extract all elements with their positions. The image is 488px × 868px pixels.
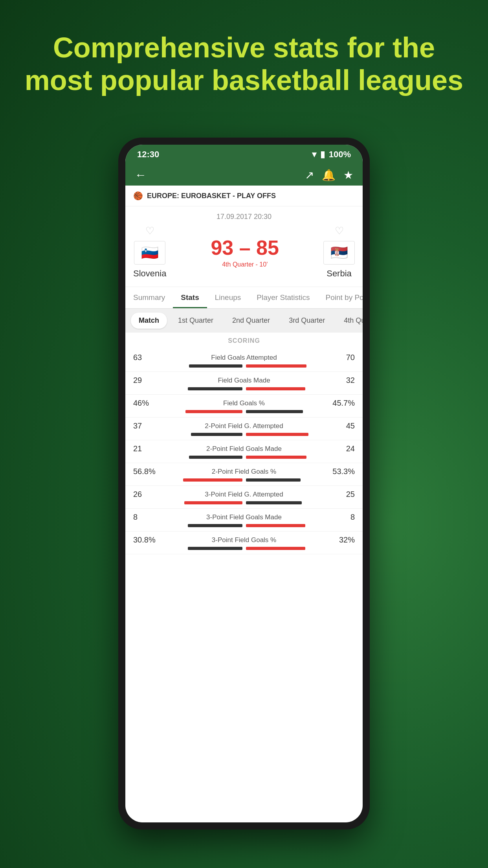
sub-tab-match[interactable]: Match xyxy=(131,313,167,329)
stats-content: SCORING 63 Field Goals Attempted 70 29 F… xyxy=(125,333,363,822)
stat-label-8: 3-Point Field Goals % xyxy=(161,536,327,544)
bar-right-5 xyxy=(246,478,301,482)
sub-tab-1st-quarter[interactable]: 1st Quarter xyxy=(170,313,221,329)
stat-bar-2 xyxy=(133,410,355,413)
stat-row: 21 2-Point Field Goals Made 24 xyxy=(125,440,363,463)
stat-label-6: 3-Point Field G. Attempted xyxy=(161,491,327,498)
home-flag: 🇸🇮 xyxy=(134,241,165,265)
tab-point-by-poi[interactable]: Point by Poi xyxy=(317,287,363,308)
stat-bar-7 xyxy=(133,524,355,527)
stat-right-val-5: 53.3% xyxy=(327,467,355,476)
stat-bar-6 xyxy=(133,501,355,504)
bar-right-8 xyxy=(246,547,305,550)
stat-bar-8 xyxy=(133,547,355,550)
stat-right-val-6: 25 xyxy=(327,490,355,499)
status-icons: ▾ ▮ 100% xyxy=(312,149,351,160)
stat-row: 26 3-Point Field G. Attempted 25 xyxy=(125,486,363,509)
stat-row: 63 Field Goals Attempted 70 xyxy=(125,349,363,372)
stat-row: 30.8% 3-Point Field Goals % 32% xyxy=(125,531,363,554)
stat-bar-4 xyxy=(133,456,355,459)
stat-values-4: 21 2-Point Field Goals Made 24 xyxy=(133,444,355,453)
share-icon[interactable]: ↗ xyxy=(305,169,314,182)
stat-bar-0 xyxy=(133,364,355,368)
bar-right-7 xyxy=(246,524,305,527)
bar-right-4 xyxy=(246,456,306,459)
home-favorite-icon[interactable]: ♡ xyxy=(145,225,154,237)
stat-label-7: 3-Point Field Goals Made xyxy=(161,513,327,521)
stat-values-0: 63 Field Goals Attempted 70 xyxy=(133,353,355,362)
home-team-side: ♡ 🇸🇮 Slovenia xyxy=(133,225,166,279)
hero-title: Comprehensive stats for the most popular… xyxy=(24,31,464,97)
stat-left-val-8: 30.8% xyxy=(133,535,161,544)
bar-left-8 xyxy=(188,547,242,550)
stat-row: 8 3-Point Field Goals Made 8 xyxy=(125,509,363,531)
tab-player-statistics[interactable]: Player Statistics xyxy=(249,287,317,308)
stat-left-val-6: 26 xyxy=(133,490,161,499)
stat-left-val-5: 56.8% xyxy=(133,467,161,476)
wifi-icon: ▾ xyxy=(312,149,316,160)
stat-bar-3 xyxy=(133,433,355,436)
bar-right-2 xyxy=(246,410,303,413)
tab-lineups[interactable]: Lineups xyxy=(207,287,249,308)
stats-rows: 63 Field Goals Attempted 70 29 Field Goa… xyxy=(125,349,363,554)
home-team-name: Slovenia xyxy=(133,268,166,279)
stat-right-val-1: 32 xyxy=(327,376,355,385)
stat-right-val-0: 70 xyxy=(327,353,355,362)
bar-right-0 xyxy=(246,364,306,368)
nav-action-icons: ↗ 🔔 ★ xyxy=(305,169,353,182)
stat-label-3: 2-Point Field G. Attempted xyxy=(161,422,327,430)
status-time: 12:30 xyxy=(137,149,159,160)
stat-left-val-2: 46% xyxy=(133,399,161,408)
phone-screen: 12:30 ▾ ▮ 100% ← ↗ 🔔 ★ 🏀 EUROPE: EUROBAS… xyxy=(125,145,363,822)
bar-left-6 xyxy=(184,501,242,504)
bar-left-5 xyxy=(183,478,242,482)
sub-tab-2nd-quarter[interactable]: 2nd Quarter xyxy=(224,313,278,329)
stat-row: 46% Field Goals % 45.7% xyxy=(125,395,363,417)
stat-right-val-2: 45.7% xyxy=(327,399,355,408)
away-team-name: Serbia xyxy=(327,268,352,279)
stat-left-val-0: 63 xyxy=(133,353,161,362)
match-date: 17.09.2017 20:30 xyxy=(133,213,355,221)
bell-icon[interactable]: 🔔 xyxy=(322,169,336,182)
score-section: 93 – 85 4th Quarter - 10' xyxy=(166,236,323,268)
stat-left-val-1: 29 xyxy=(133,376,161,385)
league-name: EUROPE: EUROBASKET - PLAY OFFS xyxy=(147,192,276,200)
stat-left-val-7: 8 xyxy=(133,513,161,522)
tab-stats[interactable]: Stats xyxy=(173,287,207,308)
stat-row: 56.8% 2-Point Field Goals % 53.3% xyxy=(125,463,363,486)
stat-left-val-3: 37 xyxy=(133,421,161,430)
stat-right-val-7: 8 xyxy=(327,513,355,522)
bar-left-4 xyxy=(189,456,242,459)
stat-row: 37 2-Point Field G. Attempted 45 xyxy=(125,417,363,440)
quarter-info: 4th Quarter - 10' xyxy=(166,261,323,268)
stat-bar-1 xyxy=(133,387,355,390)
league-flag: 🏀 xyxy=(133,191,143,200)
bar-left-2 xyxy=(185,410,242,413)
bar-left-3 xyxy=(191,433,242,436)
stat-row: 29 Field Goals Made 32 xyxy=(125,372,363,395)
stat-label-4: 2-Point Field Goals Made xyxy=(161,445,327,453)
stat-values-8: 30.8% 3-Point Field Goals % 32% xyxy=(133,535,355,544)
star-icon[interactable]: ★ xyxy=(343,169,353,182)
tab-summary[interactable]: Summary xyxy=(125,287,173,308)
away-team-side: ♡ 🇷🇸 Serbia xyxy=(323,225,355,279)
stat-values-6: 26 3-Point Field G. Attempted 25 xyxy=(133,490,355,499)
bar-left-7 xyxy=(188,524,242,527)
away-favorite-icon[interactable]: ♡ xyxy=(335,225,344,237)
stat-left-val-4: 21 xyxy=(133,444,161,453)
stat-right-val-8: 32% xyxy=(327,535,355,544)
back-button[interactable]: ← xyxy=(135,168,147,182)
bar-right-3 xyxy=(246,433,308,436)
stat-label-1: Field Goals Made xyxy=(161,377,327,384)
bar-right-6 xyxy=(246,501,302,504)
stat-right-val-4: 24 xyxy=(327,444,355,453)
sub-tab-3rd-quarter[interactable]: 3rd Quarter xyxy=(281,313,333,329)
battery-icon: ▮ xyxy=(320,149,325,160)
stat-right-val-3: 45 xyxy=(327,421,355,430)
away-flag: 🇷🇸 xyxy=(323,241,355,265)
bar-left-0 xyxy=(189,364,242,368)
stat-label-5: 2-Point Field Goals % xyxy=(161,468,327,476)
sub-tab-4th-quarter[interactable]: 4th Quart xyxy=(336,313,363,329)
nav-bar: ← ↗ 🔔 ★ xyxy=(125,164,363,186)
stat-label-0: Field Goals Attempted xyxy=(161,354,327,362)
